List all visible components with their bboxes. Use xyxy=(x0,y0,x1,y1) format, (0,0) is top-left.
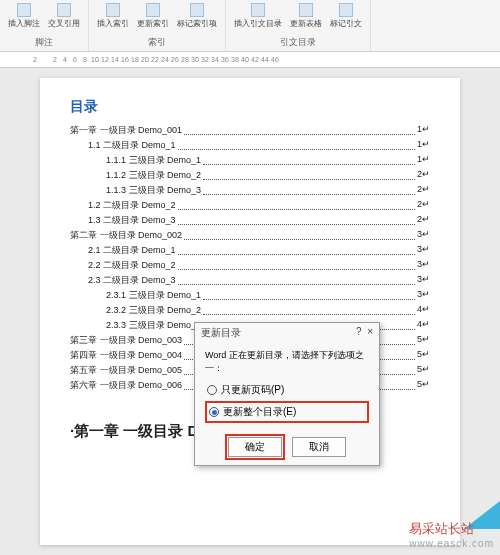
toc-entry[interactable]: 2.1 二级目录 Demo_13↵ xyxy=(88,244,430,257)
ribbon-button[interactable]: 更新表格 xyxy=(288,2,324,30)
radio-icon xyxy=(207,385,217,395)
ribbon-button[interactable]: 标记索引项 xyxy=(175,2,219,30)
ribbon-icon xyxy=(251,3,265,17)
watermark: 易采站长站 www.easck.com xyxy=(409,520,494,549)
ribbon-group: 插入引文目录更新表格标记引文引文目录 xyxy=(226,0,371,51)
toc-entry[interactable]: 1.1.1 三级目录 Demo_11↵ xyxy=(106,154,430,167)
ribbon-button[interactable]: 插入脚注 xyxy=(6,2,42,30)
toc-entry[interactable]: 2.3.1 三级目录 Demo_13↵ xyxy=(106,289,430,302)
cancel-button[interactable]: 取消 xyxy=(292,437,346,457)
help-icon[interactable]: ? xyxy=(356,326,362,337)
ribbon-icon xyxy=(106,3,120,17)
ribbon-button[interactable]: 插入索引 xyxy=(95,2,131,30)
radio-update-entire-toc[interactable]: 更新整个目录(E) xyxy=(205,401,369,423)
ribbon-icon xyxy=(190,3,204,17)
update-toc-dialog: 更新目录 ? × Word 正在更新目录，请选择下列选项之一： 只更新页码(P)… xyxy=(194,322,380,466)
radio-icon xyxy=(209,407,219,417)
toc-title: 目录 xyxy=(70,98,430,116)
close-icon[interactable]: × xyxy=(367,326,373,337)
radio-update-page-numbers[interactable]: 只更新页码(P) xyxy=(205,381,369,399)
ribbon-icon xyxy=(339,3,353,17)
page: 目录 第一章 一级目录 Demo_0011↵1.1 二级目录 Demo_11↵1… xyxy=(40,78,460,545)
toc-entry[interactable]: 1.2 二级目录 Demo_22↵ xyxy=(88,199,430,212)
ok-button[interactable]: 确定 xyxy=(228,437,282,457)
ribbon-button[interactable]: 更新索引 xyxy=(135,2,171,30)
dialog-message: Word 正在更新目录，请选择下列选项之一： xyxy=(205,349,369,375)
toc-entry[interactable]: 2.3.2 三级目录 Demo_24↵ xyxy=(106,304,430,317)
ribbon-icon xyxy=(17,3,31,17)
ribbon-group: 插入脚注交叉引用脚注 xyxy=(0,0,89,51)
toc-entry[interactable]: 1.3 二级目录 Demo_32↵ xyxy=(88,214,430,227)
toc-entry[interactable]: 1.1 二级目录 Demo_11↵ xyxy=(88,139,430,152)
ruler: 2246810121416182022242628303234363840424… xyxy=(0,52,500,68)
toc-entry[interactable]: 2.2 二级目录 Demo_23↵ xyxy=(88,259,430,272)
toc-entry[interactable]: 第一章 一级目录 Demo_0011↵ xyxy=(70,124,430,137)
ribbon-group: 插入索引更新索引标记索引项索引 xyxy=(89,0,226,51)
ribbon-button[interactable]: 插入引文目录 xyxy=(232,2,284,30)
ribbon-button[interactable]: 标记引文 xyxy=(328,2,364,30)
toc-entry[interactable]: 1.1.2 三级目录 Demo_22↵ xyxy=(106,169,430,182)
ribbon-icon xyxy=(299,3,313,17)
document-area: 目录 第一章 一级目录 Demo_0011↵1.1 二级目录 Demo_11↵1… xyxy=(0,68,500,555)
ribbon: 插入脚注交叉引用脚注插入索引更新索引标记索引项索引插入引文目录更新表格标记引文引… xyxy=(0,0,500,52)
toc-entry[interactable]: 2.3 二级目录 Demo_33↵ xyxy=(88,274,430,287)
dialog-title: 更新目录 xyxy=(201,326,241,340)
ribbon-button[interactable]: 交叉引用 xyxy=(46,2,82,30)
ribbon-icon xyxy=(57,3,71,17)
ribbon-icon xyxy=(146,3,160,17)
toc-entry[interactable]: 第二章 一级目录 Demo_0023↵ xyxy=(70,229,430,242)
toc-entry[interactable]: 1.1.3 三级目录 Demo_32↵ xyxy=(106,184,430,197)
